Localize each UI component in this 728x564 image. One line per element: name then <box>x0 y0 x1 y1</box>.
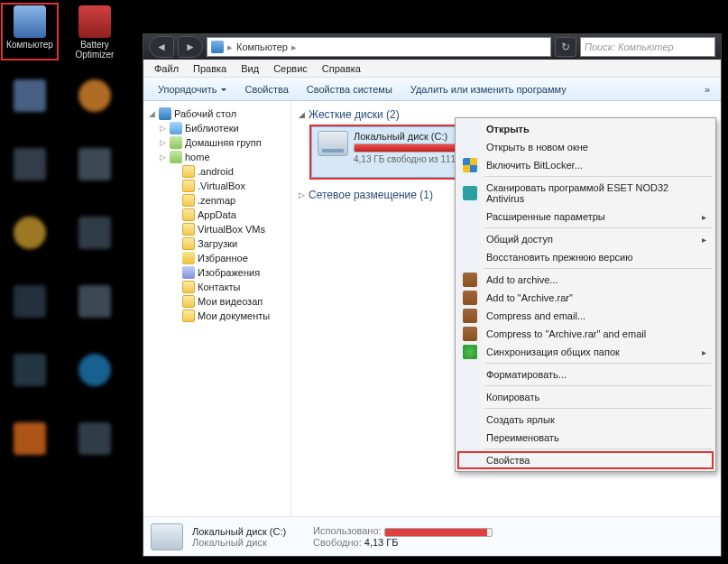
tree-item[interactable]: .android <box>145 164 289 179</box>
context-menu-item[interactable]: Открыть <box>457 120 714 138</box>
context-menu-item[interactable]: Свойства <box>457 451 714 469</box>
folder-icon <box>182 237 195 250</box>
folder-icon <box>182 208 195 221</box>
chevron-right-icon: ▷ <box>158 124 167 133</box>
toolbar-organize[interactable]: Упорядочить <box>149 81 235 97</box>
sync-icon <box>463 345 477 359</box>
tree-label: Избранное <box>198 253 248 264</box>
rar-icon <box>463 273 477 287</box>
tree-label: VirtualBox VMs <box>198 224 265 235</box>
details-free-value: 4,13 ГБ <box>364 537 399 548</box>
separator <box>484 385 712 386</box>
address-bar[interactable]: ▸ Компьютер ▸ <box>207 37 551 57</box>
details-type: Локальный диск <box>192 537 286 548</box>
computer-icon <box>211 41 224 53</box>
context-menu-item[interactable]: Переименовать <box>457 429 714 447</box>
toolbar-uninstall[interactable]: Удалить или изменить программу <box>401 81 576 97</box>
category-label: Сетевое размещение (1) <box>309 189 433 201</box>
context-menu-label: Форматировать... <box>486 369 567 380</box>
folder-icon <box>182 295 195 308</box>
details-used-label: Использовано: <box>313 525 382 536</box>
details-free-label: Свободно: <box>313 537 362 548</box>
desktop-icon-computer[interactable]: Компьютер <box>2 4 58 60</box>
tree-item[interactable]: AppData <box>145 208 289 222</box>
chevron-right-icon: ▷ <box>158 138 167 147</box>
chevron-down-icon: ◢ <box>299 110 305 119</box>
tree-root[interactable]: ◢ Рабочий стол <box>145 106 289 121</box>
tree-item[interactable]: Избранное <box>145 251 289 265</box>
tree-item[interactable]: .zenmap <box>145 193 289 208</box>
tree-item[interactable]: .VirtualBox <box>145 179 289 193</box>
tree-item[interactable]: Мои документы <box>145 309 289 323</box>
desktop-icon-label: Battery Optimizer <box>67 40 123 60</box>
tree-label: AppData <box>198 209 236 220</box>
context-menu-item[interactable]: Общий доступ <box>457 230 714 248</box>
folder-icon <box>182 223 195 236</box>
tree-label: Мои документы <box>198 310 270 321</box>
context-menu-item[interactable]: Восстановить прежнюю версию <box>457 248 714 266</box>
tree-label: Изображения <box>198 267 260 278</box>
context-menu-item[interactable]: Форматировать... <box>457 365 714 384</box>
drive-icon <box>318 131 348 156</box>
breadcrumb-item[interactable]: Компьютер <box>236 42 288 52</box>
context-menu-item[interactable]: Расширенные параметры <box>457 208 714 226</box>
context-menu-item[interactable]: Открыть в новом окне <box>457 138 714 156</box>
tree-label: Библиотеки <box>185 123 239 134</box>
menu-tools[interactable]: Сервис <box>266 61 315 76</box>
tree-item[interactable]: ▷Библиотеки <box>145 121 289 135</box>
context-menu-item[interactable]: Синхронизация общих папок <box>457 343 714 361</box>
context-menu-label: Compress and email... <box>486 310 585 321</box>
refresh-button[interactable]: ↻ <box>555 37 576 57</box>
menu-help[interactable]: Справка <box>315 61 368 76</box>
context-menu-item[interactable]: Копировать <box>457 388 714 406</box>
menu-view[interactable]: Вид <box>234 61 266 76</box>
rar-icon <box>463 309 477 323</box>
separator <box>484 448 712 449</box>
tree-item[interactable]: VirtualBox VMs <box>145 222 289 236</box>
nav-forward-button[interactable]: ► <box>178 36 203 58</box>
tree-item[interactable]: Загрузки <box>145 236 289 251</box>
context-menu-item[interactable]: Compress and email... <box>457 307 714 325</box>
tree-item[interactable]: Контакты <box>145 280 289 294</box>
details-usage-bar <box>384 528 493 537</box>
tree-item[interactable]: ▷Домашняя групп <box>145 135 289 150</box>
toolbar: Упорядочить Свойства Свойства системы Уд… <box>143 78 721 101</box>
separator <box>484 363 712 364</box>
folder-icon <box>170 136 182 149</box>
tree-label: .android <box>198 166 234 177</box>
menu-edit[interactable]: Правка <box>186 61 234 76</box>
tree-item[interactable]: Мои видеозап <box>145 294 289 309</box>
nav-back-button[interactable]: ◄ <box>149 36 174 58</box>
folder-icon <box>182 266 195 279</box>
search-input[interactable]: Поиск: Компьютер <box>580 37 715 57</box>
context-menu-label: Синхронизация общих папок <box>486 347 620 357</box>
desktop-icon-battery-optimizer[interactable]: Battery Optimizer <box>67 4 123 60</box>
context-menu-item[interactable]: Add to "Archive.rar" <box>457 289 714 307</box>
tree-item[interactable]: ▷home <box>145 150 289 164</box>
chevron-right-icon: ▸ <box>291 42 297 53</box>
context-menu-label: Создать ярлык <box>486 414 555 425</box>
titlebar: ◄ ► ▸ Компьютер ▸ ↻ Поиск: Компьютер <box>143 34 721 60</box>
context-menu-item[interactable]: Создать ярлык <box>457 411 714 429</box>
context-menu-item[interactable]: Включить BitLocker... <box>457 156 714 174</box>
context-menu-label: Add to archive... <box>486 274 558 285</box>
toolbar-overflow[interactable]: » <box>699 81 715 97</box>
category-label: Жесткие диски (2) <box>309 108 400 121</box>
folder-icon <box>170 151 182 163</box>
tree-label: Мои видеозап <box>198 296 263 307</box>
menu-file[interactable]: Файл <box>147 61 186 76</box>
context-menu-label: Копировать <box>486 392 539 402</box>
folder-icon <box>182 180 195 192</box>
toolbar-properties[interactable]: Свойства <box>235 81 297 97</box>
separator <box>484 268 712 269</box>
toolbar-system-properties[interactable]: Свойства системы <box>298 81 401 97</box>
tree-label: .zenmap <box>198 195 235 206</box>
chevron-right-icon: ▸ <box>227 42 233 53</box>
tree-item[interactable]: Изображения <box>145 265 289 280</box>
context-menu-item[interactable]: Compress to "Archive.rar" and email <box>457 325 714 343</box>
context-menu-item[interactable]: Сканировать программой ESET NOD32 Antivi… <box>457 179 714 208</box>
context-menu-label: Свойства <box>486 455 530 466</box>
nav-tree: ◢ Рабочий стол ▷Библиотеки▷Домашняя груп… <box>143 101 291 516</box>
context-menu-item[interactable]: Add to archive... <box>457 271 714 289</box>
separator <box>484 408 712 409</box>
